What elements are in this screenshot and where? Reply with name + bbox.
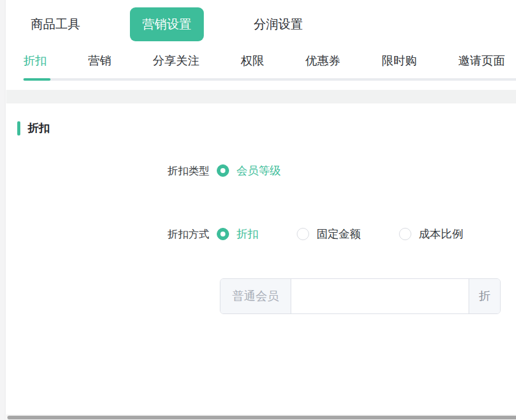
horizontal-scrollbar-track[interactable] (6, 414, 516, 420)
radio-cost-ratio-label: 成本比例 (419, 227, 463, 241)
discount-value-input[interactable] (291, 279, 469, 313)
subtab-track-line (23, 78, 516, 81)
discount-type-label: 折扣类型 (0, 164, 209, 178)
radio-discount-label: 折扣 (236, 227, 259, 241)
secondary-tab-bar: 折扣 营销 分享关注 权限 优惠券 限时购 邀请页面 (6, 50, 516, 71)
primary-tab-bar: 商品工具 营销设置 分润设置 (6, 0, 516, 48)
horizontal-scrollbar-thumb[interactable] (7, 416, 516, 419)
input-prepend-label: 普通会员 (220, 279, 291, 313)
left-edge-strip (0, 0, 6, 420)
panel-gap (6, 90, 516, 103)
section-accent-bar (17, 121, 20, 135)
active-subtab-underline (23, 78, 50, 81)
tabs-panel: 商品工具 营销设置 分润设置 折扣 营销 分享关注 权限 优惠券 限时购 邀请页… (6, 0, 516, 90)
subtab-invite-page[interactable]: 邀请页面 (458, 53, 505, 69)
tab-marketing-settings[interactable]: 营销设置 (130, 7, 204, 41)
discount-settings-panel (6, 103, 516, 416)
section-header: 折扣 (17, 121, 50, 135)
section-title: 折扣 (28, 121, 50, 135)
subtab-coupon[interactable]: 优惠券 (305, 53, 341, 69)
subtab-share-follow[interactable]: 分享关注 (153, 53, 200, 69)
subtab-discount[interactable]: 折扣 (23, 53, 47, 69)
input-append-label: 折 (469, 279, 500, 313)
radio-fixed-amount[interactable]: 固定金额 (297, 227, 361, 241)
radio-checked-icon (217, 164, 229, 177)
radio-checked-icon (217, 228, 229, 240)
radio-member-level-label: 会员等级 (236, 163, 281, 178)
radio-cost-ratio[interactable]: 成本比例 (399, 227, 463, 241)
radio-member-level[interactable]: 会员等级 (217, 163, 281, 178)
tab-product-tools[interactable]: 商品工具 (31, 16, 80, 33)
form-row-discount-type: 折扣类型 会员等级 (0, 162, 281, 179)
discount-method-options: 折扣 固定金额 成本比例 (217, 227, 463, 241)
form-row-discount-method: 折扣方式 折扣 固定金额 成本比例 (0, 225, 463, 243)
discount-method-label: 折扣方式 (0, 227, 209, 241)
member-discount-input-group: 普通会员 折 (220, 278, 501, 314)
radio-unchecked-icon (399, 228, 411, 240)
subtab-permissions[interactable]: 权限 (241, 53, 264, 69)
discount-type-options: 会员等级 (217, 163, 281, 178)
tab-profit-settings[interactable]: 分润设置 (254, 16, 303, 33)
radio-discount[interactable]: 折扣 (217, 227, 259, 241)
radio-fixed-amount-label: 固定金额 (316, 227, 361, 241)
radio-unchecked-icon (297, 228, 309, 240)
subtab-marketing[interactable]: 营销 (88, 53, 111, 69)
subtab-flash-sale[interactable]: 限时购 (382, 53, 417, 69)
page: 商品工具 营销设置 分润设置 折扣 营销 分享关注 权限 优惠券 限时购 邀请页… (0, 0, 516, 420)
